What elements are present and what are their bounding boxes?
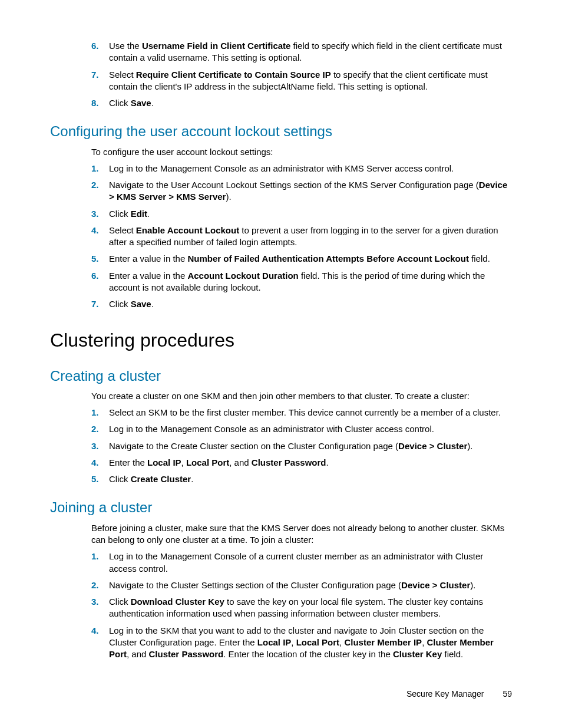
item-text-post: . bbox=[151, 299, 154, 309]
item-bold: Cluster Key bbox=[393, 649, 442, 659]
item-text: Log in to the Management Console of a cu… bbox=[109, 551, 483, 573]
item-text-post: field. bbox=[469, 253, 490, 263]
item-bold: Cluster Member IP bbox=[344, 637, 422, 647]
list-item: 2. Navigate to the User Account Lockout … bbox=[91, 179, 512, 203]
item-bold: Local IP bbox=[147, 457, 181, 467]
item-mid: , and bbox=[229, 457, 252, 467]
item-number: 1. bbox=[91, 407, 99, 419]
item-bold: Cluster Password bbox=[252, 457, 326, 467]
item-number: 5. bbox=[91, 253, 99, 265]
item-text-pre: Click bbox=[109, 597, 131, 607]
item-number: 2. bbox=[91, 423, 99, 435]
item-text-pre: Click bbox=[109, 474, 131, 484]
item-text-pre: Enter the bbox=[109, 457, 147, 467]
item-bold: Number of Failed Authentication Attempts… bbox=[187, 253, 469, 263]
list-item: 2. Navigate to the Cluster Settings sect… bbox=[91, 579, 512, 591]
list-item: 3. Click Edit. bbox=[91, 208, 512, 220]
item-text-post: ). bbox=[470, 580, 475, 590]
page-footer: Secure Key Manager 59 bbox=[406, 689, 512, 700]
item-number: 8. bbox=[91, 97, 99, 109]
page-number: 59 bbox=[503, 689, 512, 700]
item-text-pre: Select bbox=[109, 225, 136, 235]
list-item: 1. Log in to the Management Console of a… bbox=[91, 551, 512, 575]
item-text-pre: Select bbox=[109, 70, 136, 80]
item-mid: , bbox=[181, 457, 186, 467]
item-number: 2. bbox=[91, 579, 99, 591]
list-item: 5. Click Create Cluster. bbox=[91, 473, 512, 485]
item-text-pre: Click bbox=[109, 98, 131, 108]
heading-clustering: Clustering procedures bbox=[50, 328, 512, 353]
item-bold: Edit bbox=[131, 209, 147, 219]
item-bold: Create Cluster bbox=[131, 474, 191, 484]
item-number: 5. bbox=[91, 473, 99, 485]
item-text: Log in to the Management Console as an a… bbox=[109, 424, 434, 434]
item-text: Log in to the Management Console as an a… bbox=[109, 163, 454, 173]
heading-creating: Creating a cluster bbox=[50, 367, 512, 386]
list-item: 7. Click Save. bbox=[91, 298, 512, 310]
item-bold: Cluster Password bbox=[149, 649, 224, 659]
item-text-post: . bbox=[326, 457, 329, 467]
item-number: 1. bbox=[91, 551, 99, 562]
list-item: 4. Log in to the SKM that you want to ad… bbox=[91, 625, 512, 661]
list-item: 4. Enter the Local IP, Local Port, and C… bbox=[91, 457, 512, 469]
lockout-list: 1. Log in to the Management Console as a… bbox=[91, 163, 512, 311]
intro-joining: Before joining a cluster, make sure that… bbox=[91, 522, 512, 546]
item-number: 4. bbox=[91, 225, 99, 236]
item-number: 2. bbox=[91, 179, 99, 191]
list-item: 6. Use the Username Field in Client Cert… bbox=[91, 40, 512, 64]
item-text-pre: Enter a value in the bbox=[109, 271, 187, 281]
item-bold: Local IP bbox=[257, 637, 292, 647]
item-text: Select an SKM to be the first cluster me… bbox=[109, 407, 501, 417]
item-number: 4. bbox=[91, 625, 99, 637]
heading-joining: Joining a cluster bbox=[50, 498, 512, 517]
item-number: 7. bbox=[91, 298, 99, 310]
item-number: 4. bbox=[91, 457, 99, 469]
item-text-post: field. bbox=[442, 649, 463, 659]
item-text-pre: Click bbox=[109, 209, 131, 219]
item-bold: Save bbox=[131, 98, 151, 108]
item-bold: Username Field in Client Certificate bbox=[142, 41, 291, 51]
item-text-post: ). bbox=[226, 192, 231, 202]
item-mid: , bbox=[291, 637, 296, 647]
item-bold: Require Client Certificate to Contain So… bbox=[136, 70, 331, 80]
footer-title: Secure Key Manager bbox=[406, 689, 484, 699]
intro-lockout: To configure the user account lockout se… bbox=[91, 146, 512, 158]
list-item: 1. Log in to the Management Console as a… bbox=[91, 163, 512, 174]
item-bold: Save bbox=[131, 299, 151, 309]
item-text-post: ). bbox=[467, 441, 472, 451]
item-bold: Download Cluster Key bbox=[131, 597, 224, 607]
item-text-post: . bbox=[147, 209, 150, 219]
item-number: 6. bbox=[91, 40, 99, 52]
item-number: 3. bbox=[91, 208, 99, 220]
item-number: 7. bbox=[91, 69, 99, 81]
item-text-post2: . Enter the location of the cluster key … bbox=[223, 649, 393, 659]
item-bold: Local Port bbox=[186, 457, 229, 467]
continued-list: 6. Use the Username Field in Client Cert… bbox=[91, 40, 512, 109]
list-item: 3. Navigate to the Create Cluster sectio… bbox=[91, 440, 512, 452]
list-item: 4. Select Enable Account Lockout to prev… bbox=[91, 225, 512, 249]
item-text-pre: Navigate to the User Account Lockout Set… bbox=[109, 180, 479, 190]
joining-list: 1. Log in to the Management Console of a… bbox=[91, 551, 512, 660]
item-number: 6. bbox=[91, 270, 99, 282]
item-text-pre: Enter a value in the bbox=[109, 253, 187, 263]
list-item: 7. Select Require Client Certificate to … bbox=[91, 69, 512, 93]
list-item: 8. Click Save. bbox=[91, 97, 512, 109]
creating-list: 1. Select an SKM to be the first cluster… bbox=[91, 407, 512, 485]
item-bold: Enable Account Lockout bbox=[136, 225, 239, 235]
item-text-pre: Navigate to the Create Cluster section o… bbox=[109, 441, 398, 451]
item-text-post: . bbox=[151, 98, 154, 108]
item-text-pre: Use the bbox=[109, 41, 142, 51]
list-item: 2. Log in to the Management Console as a… bbox=[91, 423, 512, 435]
item-bold: Device > Cluster bbox=[401, 580, 470, 590]
list-item: 5. Enter a value in the Number of Failed… bbox=[91, 253, 512, 265]
item-number: 3. bbox=[91, 440, 99, 452]
item-text-post: . bbox=[191, 474, 193, 484]
item-number: 1. bbox=[91, 163, 99, 174]
item-bold: Device > Cluster bbox=[398, 441, 467, 451]
item-bold: Local Port bbox=[296, 637, 339, 647]
item-bold: Account Lockout Duration bbox=[187, 271, 298, 281]
item-number: 3. bbox=[91, 596, 99, 608]
item-text-pre: Click bbox=[109, 299, 131, 309]
item-mid: , and bbox=[127, 649, 149, 659]
item-text-pre: Navigate to the Cluster Settings section… bbox=[109, 580, 401, 590]
